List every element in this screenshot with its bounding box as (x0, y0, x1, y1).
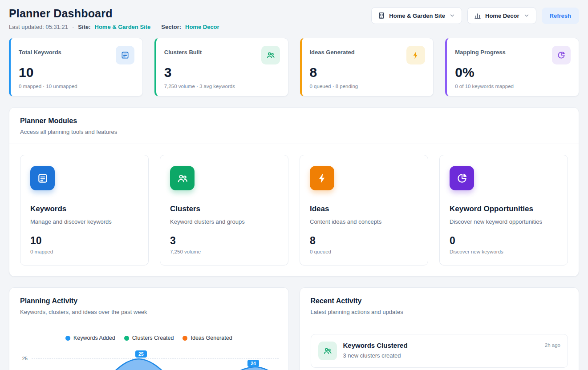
legend-item-clusters-created: Clusters Created (124, 335, 174, 341)
module-card-keywords[interactable]: Keywords Manage and discover keywords 10… (20, 155, 149, 265)
stat-label: Ideas Generated (310, 46, 355, 56)
sector-label: Sector: (161, 24, 181, 30)
legend-label: Clusters Created (132, 335, 174, 341)
module-title: Clusters (170, 205, 278, 213)
planner-dashboard-page: Planner Dashboard Last updated: 05:31:21… (0, 0, 588, 370)
refresh-button[interactable]: Refresh (542, 8, 579, 24)
legend-dot-green (124, 336, 129, 341)
sector-selector-dropdown[interactable]: Home Decor (467, 7, 536, 24)
sector-selector-value: Home Decor (485, 12, 519, 19)
page-title: Planner Dashboard (9, 7, 219, 20)
site-label: Site: (78, 24, 90, 30)
stat-card-clusters-built: Clusters Built 3 7,250 volume · 3 avg ke… (154, 38, 288, 97)
module-title: Ideas (310, 205, 418, 213)
stat-label: Total Keywords (19, 46, 61, 56)
module-title: Keywords (30, 205, 138, 213)
stat-subtext: 0 of 10 keywords mapped (455, 84, 571, 89)
chevron-down-icon (449, 12, 455, 19)
document-lines-icon (30, 166, 55, 190)
module-subtext: 0 mapped (30, 249, 138, 254)
last-updated-text: Last updated: 05:31:21 (9, 24, 68, 30)
chart-legend: Keywords Added Clusters Created Ideas Ge… (16, 335, 282, 341)
section-subtitle: Keywords, clusters, and ideas over the p… (20, 309, 278, 315)
recent-activity-item[interactable]: Keywords Clustered 3 new clusters create… (311, 334, 568, 368)
modules-grid: Keywords Manage and discover keywords 10… (20, 155, 568, 265)
legend-item-keywords-added: Keywords Added (65, 335, 115, 341)
module-subtext: 0 queued (310, 249, 418, 254)
module-value: 8 (310, 235, 418, 247)
header-controls: Home & Garden Site Home Decor Refresh (371, 7, 579, 24)
section-subtitle: Latest planning actions and updates (311, 309, 568, 315)
stat-subtext: 7,250 volume · 3 avg keywords (164, 84, 280, 89)
module-value: 0 (450, 235, 558, 247)
section-subtitle: Access all planning tools and features (20, 129, 568, 135)
pie-chart-icon (552, 46, 571, 64)
lightning-icon (406, 46, 425, 64)
planning-activity-chart: 25 25 24 (16, 349, 282, 370)
legend-dot-blue (65, 336, 70, 341)
site-selector-value: Home & Garden Site (389, 12, 445, 19)
data-point-label: 24 (247, 360, 259, 367)
legend-dot-orange (182, 336, 187, 341)
module-description: Content ideas and concepts (310, 218, 418, 225)
recent-activity-panel: Recent Activity Latest planning actions … (300, 287, 580, 370)
site-link[interactable]: Home & Garden Site (95, 24, 151, 30)
planning-activity-header: Planning Activity Keywords, clusters, an… (9, 288, 288, 324)
chart-plot-area: 25 24 (32, 349, 279, 370)
section-title: Recent Activity (311, 297, 568, 305)
people-group-icon (261, 46, 280, 64)
stat-value: 0% (455, 65, 571, 80)
module-value: 3 (170, 235, 278, 247)
legend-label: Keywords Added (73, 335, 115, 341)
module-subtext: 7,250 volume (170, 249, 278, 254)
sector-link[interactable]: Home Decor (185, 24, 219, 30)
y-axis-tick: 25 (16, 349, 32, 370)
keywords-added-area-series (32, 349, 279, 370)
section-title: Planner Modules (20, 117, 568, 125)
module-subtext: Discover new keywords (450, 249, 558, 254)
bar-chart-icon (474, 12, 481, 19)
module-value: 10 (30, 235, 138, 247)
activity-item-description: 3 new clusters created (343, 352, 408, 359)
stat-card-ideas-generated: Ideas Generated 8 0 queued · 8 pending (300, 38, 434, 97)
stat-value: 3 (164, 65, 280, 80)
activity-item-timestamp: 2h ago (545, 342, 560, 348)
stat-card-total-keywords: Total Keywords 10 0 mapped · 10 unmapped (9, 38, 143, 97)
planning-activity-panel: Planning Activity Keywords, clusters, an… (9, 287, 289, 370)
meta-separator: · (72, 24, 74, 30)
legend-label: Ideas Generated (191, 335, 232, 341)
lightning-icon (310, 166, 334, 190)
planner-modules-panel: Planner Modules Access all planning tool… (9, 107, 579, 277)
module-description: Manage and discover keywords (30, 218, 138, 225)
people-group-icon (318, 342, 337, 360)
pie-chart-icon (450, 166, 474, 190)
people-group-icon (170, 166, 195, 190)
building-icon (378, 12, 385, 19)
section-title: Planning Activity (20, 297, 278, 305)
document-lines-icon (116, 46, 134, 64)
legend-item-ideas-generated: Ideas Generated (182, 335, 232, 341)
stats-row: Total Keywords 10 0 mapped · 10 unmapped… (9, 38, 579, 97)
activity-item-text: Keywords Clustered 3 new clusters create… (343, 342, 408, 359)
header-left: Planner Dashboard Last updated: 05:31:21… (9, 7, 219, 30)
module-description: Keyword clusters and groups (170, 218, 278, 225)
stat-card-mapping-progress: Mapping Progress 0% 0 of 10 keywords map… (445, 38, 579, 97)
module-title: Keyword Opportunities (450, 205, 558, 213)
recent-activity-header: Recent Activity Latest planning actions … (300, 288, 579, 324)
module-description: Discover new keyword opportunities (450, 218, 558, 225)
stat-value: 10 (19, 65, 134, 80)
planner-modules-header: Planner Modules Access all planning tool… (9, 108, 579, 144)
page-header: Planner Dashboard Last updated: 05:31:21… (9, 7, 579, 30)
stat-value: 8 (310, 65, 426, 80)
stat-label: Clusters Built (164, 46, 202, 56)
data-point-label: 25 (135, 350, 147, 358)
module-card-keyword-opportunities[interactable]: Keyword Opportunities Discover new keywo… (439, 155, 568, 265)
stat-label: Mapping Progress (455, 46, 505, 56)
stat-subtext: 0 queued · 8 pending (310, 84, 426, 89)
stat-subtext: 0 mapped · 10 unmapped (19, 84, 134, 89)
module-card-clusters[interactable]: Clusters Keyword clusters and groups 3 7… (160, 155, 288, 265)
module-card-ideas[interactable]: Ideas Content ideas and concepts 8 0 que… (300, 155, 428, 265)
site-selector-dropdown[interactable]: Home & Garden Site (371, 7, 462, 24)
chevron-down-icon (523, 12, 530, 19)
activity-item-title: Keywords Clustered (343, 342, 408, 349)
